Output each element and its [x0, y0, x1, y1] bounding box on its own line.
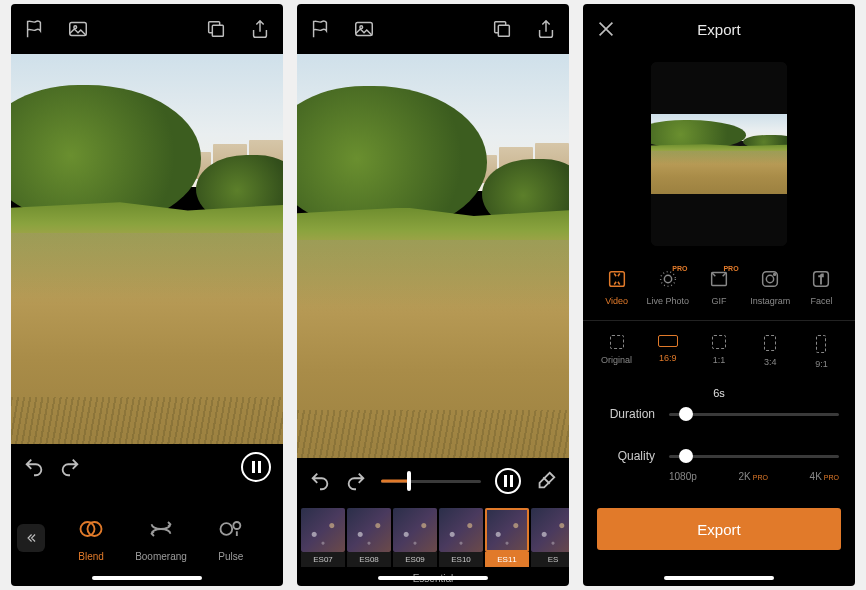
filter-es10[interactable]: ES10 — [439, 508, 483, 567]
duration-block: 6s Duration — [583, 379, 855, 431]
instagram-icon — [759, 268, 781, 290]
copy-icon[interactable] — [491, 18, 513, 40]
flag-icon[interactable] — [309, 18, 331, 40]
dest-gif[interactable]: PROGIF — [695, 268, 742, 306]
duration-label: Duration — [599, 407, 655, 421]
filter-label: ES07 — [301, 552, 345, 567]
filter-es09[interactable]: ES09 — [393, 508, 437, 567]
filter-thumb — [531, 508, 569, 552]
quality-slider[interactable] — [669, 447, 839, 465]
top-toolbar — [11, 4, 283, 54]
pro-badge: PRO — [723, 265, 738, 272]
ratio-shape — [658, 335, 678, 347]
filter-thumb — [301, 508, 345, 552]
undo-icon[interactable] — [23, 456, 45, 478]
video-icon — [606, 268, 628, 290]
filter-es07[interactable]: ES07 — [301, 508, 345, 567]
filter-thumb — [485, 508, 529, 552]
playback-row — [11, 444, 283, 490]
ratio-label: 3:4 — [764, 357, 777, 367]
dest-label: GIF — [712, 296, 727, 306]
mode-label: Blend — [78, 551, 104, 562]
redo-icon[interactable] — [59, 456, 81, 478]
blend-icon — [77, 515, 105, 543]
filter-label: ES11 — [485, 552, 529, 567]
copy-icon[interactable] — [205, 18, 227, 40]
svg-point-12 — [660, 272, 675, 287]
dest-label: Instagram — [750, 296, 790, 306]
filter-label: ES — [531, 552, 569, 567]
share-icon[interactable] — [249, 18, 271, 40]
ratio-9-16[interactable]: 9:1 — [798, 335, 845, 369]
ratio-label: 16:9 — [659, 353, 677, 363]
mode-label: Pulse — [218, 551, 243, 562]
filter-label: ES09 — [393, 552, 437, 567]
dest-video[interactable]: Video — [593, 268, 640, 306]
quality-block: Quality 1080p2KPRO4KPRO — [583, 431, 855, 490]
redo-icon[interactable] — [345, 470, 367, 492]
dest-label: Live Photo — [647, 296, 690, 306]
home-indicator — [664, 576, 774, 580]
facebook-icon — [810, 268, 832, 290]
filter-es11[interactable]: ES11 — [485, 508, 529, 567]
export-button-label: Export — [697, 521, 740, 538]
duration-slider[interactable] — [669, 405, 839, 423]
ratio-3-4[interactable]: 3:4 — [747, 335, 794, 369]
mode-row: Blend Boomerang Pulse — [11, 490, 283, 586]
ratio-original[interactable]: Original — [593, 335, 640, 369]
filter-label: ES10 — [439, 552, 483, 567]
pause-button[interactable] — [241, 452, 271, 482]
filter-label: ES08 — [347, 552, 391, 567]
filter-es08[interactable]: ES08 — [347, 508, 391, 567]
eraser-icon[interactable] — [535, 470, 557, 492]
svg-point-16 — [774, 274, 776, 276]
export-header: Export — [583, 4, 855, 54]
ratio-shape — [610, 335, 624, 349]
close-icon[interactable] — [595, 18, 617, 40]
export-preview — [651, 62, 787, 246]
export-title: Export — [697, 21, 740, 38]
share-icon[interactable] — [535, 18, 557, 40]
svg-point-6 — [233, 522, 240, 529]
svg-rect-9 — [498, 25, 509, 36]
filter-thumb — [347, 508, 391, 552]
filter-thumb — [439, 508, 483, 552]
quality-label: Quality — [599, 449, 655, 463]
home-indicator — [92, 576, 202, 580]
collapse-button[interactable] — [17, 524, 45, 552]
filter-es12[interactable]: ES — [531, 508, 569, 567]
destination-row: VideoPROLive PhotoPROGIFInstagramFacel — [583, 262, 855, 321]
editor-screen-blend: Blend Boomerang Pulse — [11, 4, 283, 586]
preview-canvas[interactable] — [297, 54, 569, 458]
boomerang-icon — [147, 515, 175, 543]
export-button[interactable]: Export — [597, 508, 841, 550]
pulse-icon — [217, 515, 245, 543]
dest-livephoto[interactable]: PROLive Photo — [644, 268, 691, 306]
filter-strip: ES07ES08ES09ES10ES11ES Essential — [297, 504, 569, 586]
mode-label: Boomerang — [135, 551, 187, 562]
ratio-1-1[interactable]: 1:1 — [695, 335, 742, 369]
svg-point-11 — [664, 275, 671, 282]
pause-button[interactable] — [495, 468, 521, 494]
preview-canvas[interactable] — [11, 54, 283, 444]
image-icon[interactable] — [353, 18, 375, 40]
ratio-16-9[interactable]: 16:9 — [644, 335, 691, 369]
mode-blend[interactable]: Blend — [77, 515, 105, 562]
ratio-shape — [712, 335, 726, 349]
ratio-label: Original — [601, 355, 632, 365]
ratio-shape — [816, 335, 826, 353]
filter-thumb — [393, 508, 437, 552]
progress-slider[interactable] — [381, 469, 481, 493]
mode-boomerang[interactable]: Boomerang — [135, 515, 187, 562]
dest-facebook[interactable]: Facel — [798, 268, 845, 306]
undo-icon[interactable] — [309, 470, 331, 492]
dest-instagram[interactable]: Instagram — [747, 268, 794, 306]
ratio-label: 1:1 — [713, 355, 726, 365]
dest-label: Video — [605, 296, 628, 306]
image-icon[interactable] — [67, 18, 89, 40]
home-indicator — [378, 576, 488, 580]
svg-rect-10 — [609, 272, 624, 287]
duration-value: 6s — [599, 387, 839, 399]
mode-pulse[interactable]: Pulse — [217, 515, 245, 562]
flag-icon[interactable] — [23, 18, 45, 40]
